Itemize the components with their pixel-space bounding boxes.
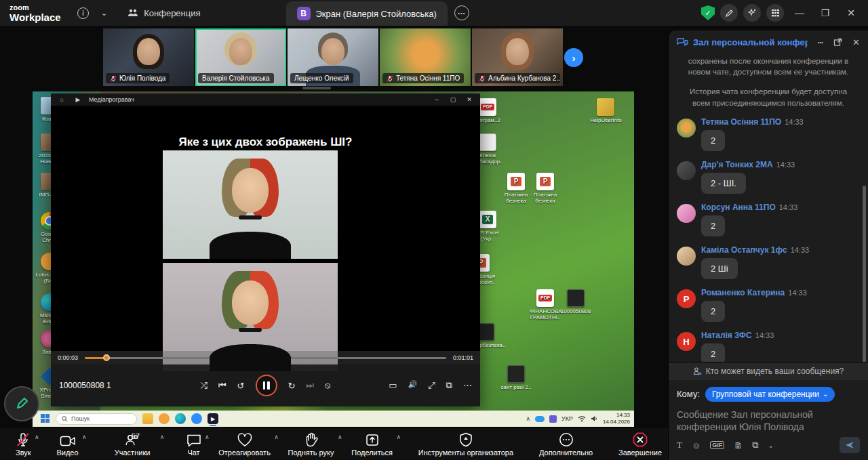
close-button[interactable]: ✕ (841, 7, 861, 18)
chat-popout-icon[interactable] (833, 38, 842, 47)
windows-search-box[interactable]: Пошук (56, 413, 137, 425)
video-content[interactable]: Яке з цих двох зображень ШІ? 0:00:03 0:0… (51, 106, 480, 406)
player-maximize-button[interactable]: ▢ (448, 96, 458, 103)
participant-video (321, 38, 344, 65)
next-participants-page-button[interactable]: › (564, 48, 583, 67)
gif-icon[interactable]: GIF (710, 441, 724, 449)
fullscreen-icon[interactable]: ⤢ (428, 380, 435, 391)
message-visibility-hint[interactable]: Кто может видеть ваши сообщения? (669, 362, 868, 380)
participant-tile[interactable]: Альбина Курбанова 2... (472, 28, 563, 86)
chevron-down-icon[interactable]: ⌄ (101, 9, 107, 18)
compose-input[interactable]: Сообщение Зал персональной конференции Ю… (669, 404, 868, 434)
avatar (677, 161, 696, 180)
toolbar-chat[interactable]: Чат ∧ (180, 428, 208, 460)
start-button[interactable] (41, 414, 50, 423)
previous-track-icon[interactable]: ⏮ (218, 380, 226, 391)
chat-message-list[interactable]: Сообщения, отправленные всем, будут сохр… (669, 54, 868, 362)
chat-more-icon[interactable]: ••• (818, 39, 823, 45)
participant-tile[interactable]: Юлія Полівода (103, 28, 194, 86)
toolbar-audio[interactable]: Звук ∧ (9, 428, 37, 460)
teams-icon[interactable] (549, 415, 557, 423)
file-explorer-icon[interactable] (142, 413, 153, 424)
edge-browser-icon[interactable] (175, 413, 186, 424)
more-options-icon[interactable]: ⋯ (463, 380, 472, 391)
format-text-icon[interactable]: T (677, 440, 682, 451)
pause-button[interactable] (255, 375, 277, 396)
repeat-off-icon[interactable]: ⦸ (325, 380, 330, 391)
subtitles-icon[interactable]: ▭ (389, 380, 397, 391)
zoom-app-icon[interactable] (191, 413, 202, 424)
toolbar-host-tools[interactable]: Инструменты организатора (412, 428, 519, 460)
seek-knob[interactable] (103, 354, 110, 361)
desktop-icon[interactable]: 1000050808 (560, 289, 591, 314)
apps-grid-icon[interactable] (766, 4, 784, 22)
react-options-chevron[interactable]: ∧ (274, 434, 279, 440)
chat-options-chevron[interactable]: ∧ (205, 434, 210, 440)
media-player-taskbar-icon[interactable]: ▶ (208, 413, 218, 424)
player-minimize-button[interactable]: – (431, 96, 442, 103)
chat-message[interactable]: Н Наталія 3ФС14:33 2 (677, 331, 860, 361)
chat-message[interactable]: Тетяна Осіння 11ПО14:33 2 (677, 117, 860, 151)
volume-icon[interactable]: 🔊 (408, 380, 418, 391)
participant-tile-active-speaker[interactable]: Валерія Стойловська (195, 28, 286, 86)
tab-shared-screen[interactable]: B Экран (Валерія Стойловська) (286, 1, 448, 26)
annotate-pencil-icon[interactable] (720, 4, 738, 22)
chat-close-icon[interactable]: ✕ (852, 37, 860, 47)
tray-chevron-icon[interactable]: ∧ (526, 415, 530, 422)
tab-options-icon[interactable]: ••• (454, 5, 469, 20)
tray-clock[interactable]: 14:33 14.04.2026 (603, 412, 630, 425)
chat-message[interactable]: Дар'я Тонких 2МА14:33 2 - ШІ. (677, 160, 860, 194)
toolbar-end-meeting[interactable]: Завершение (612, 428, 668, 460)
chat-message[interactable]: Корсун Анна 11ПО14:33 2 (677, 203, 860, 236)
emoji-icon[interactable]: ☺ (692, 440, 701, 451)
maximize-button[interactable]: ❐ (815, 7, 835, 18)
desktop-icon[interactable]: Платіжна безпека (500, 173, 532, 204)
toolbar-react[interactable]: Отреагировать ∧ (212, 428, 277, 460)
language-indicator[interactable]: УКР (561, 415, 573, 422)
toolbar-more[interactable]: Дополнительно (533, 428, 599, 460)
onedrive-icon[interactable] (535, 416, 545, 422)
recipient-selector[interactable]: Групповой чат конференции ⌄ (705, 387, 835, 402)
chat-scrollbar[interactable] (863, 186, 866, 362)
strip-drag-handle[interactable] (302, 87, 331, 89)
security-shield-icon[interactable]: ✓ (701, 5, 715, 20)
camera-icon (60, 435, 76, 447)
participant-tile[interactable]: Лещенко Олексій (288, 28, 378, 86)
desktop-icon[interactable]: сант paul 2.. (500, 365, 532, 390)
ai-companion-icon[interactable] (743, 4, 761, 22)
next-track-icon[interactable]: ⏭ (306, 380, 314, 391)
chat-message[interactable]: Каміла Остапчук 1фс14:33 2 Ші (677, 245, 860, 279)
wifi-icon[interactable] (578, 415, 586, 422)
desktop-icon[interactable]: Платіжна безпека (530, 173, 561, 204)
screenshot-icon[interactable]: ⧉ (752, 440, 758, 451)
desktop-icon[interactable]: HelpUserInfo (590, 98, 621, 123)
lotus-notes-icon[interactable] (159, 413, 170, 424)
shuffle-icon[interactable]: ⤮ (200, 380, 207, 391)
send-button[interactable] (840, 437, 860, 453)
video-options-chevron[interactable]: ∧ (82, 434, 87, 440)
toolbar-participants[interactable]: Участники 57 ∧ (108, 428, 157, 460)
attach-file-icon[interactable]: 🗎 (734, 440, 743, 451)
audio-options-chevron[interactable]: ∧ (35, 434, 39, 440)
toolbar-video[interactable]: Видео ∧ (50, 428, 84, 460)
raise-hand-options-chevron[interactable]: ∧ (338, 434, 342, 440)
chat-message[interactable]: Р Романенко Катерина14:33 2 (677, 288, 860, 322)
home-icon[interactable]: ⌂ (56, 96, 67, 103)
forward-30-icon[interactable]: ↻ (288, 381, 295, 391)
rewind-10-icon[interactable]: ↺ (237, 381, 245, 391)
player-close-button[interactable]: ✕ (464, 96, 475, 103)
mini-player-icon[interactable]: ⧉ (446, 380, 452, 391)
minimize-button[interactable]: — (789, 7, 810, 18)
participant-tile[interactable]: Тетяна Осіння 11ПО (380, 28, 471, 86)
toolbar-share[interactable]: Поделиться ∧ (345, 428, 399, 460)
meeting-info-icon[interactable]: i (77, 7, 89, 19)
chevron-down-icon[interactable]: ⌄ (768, 442, 774, 449)
tab-meeting[interactable]: Конференция (117, 0, 211, 26)
share-options-chevron[interactable]: ∧ (396, 434, 401, 440)
annotation-pencil-button[interactable] (4, 386, 39, 421)
toolbar-raise-hand[interactable]: Поднять руку ∧ (282, 428, 340, 460)
zoom-meeting-window: zoom Workplace i ⌄ Конференция B Экран (… (0, 0, 868, 460)
volume-tray-icon[interactable] (591, 415, 598, 422)
desktop-icon[interactable]: ФІНАНСОВА ГРАМОТНІ.. (530, 289, 561, 320)
participants-options-chevron[interactable]: ∧ (160, 434, 165, 440)
